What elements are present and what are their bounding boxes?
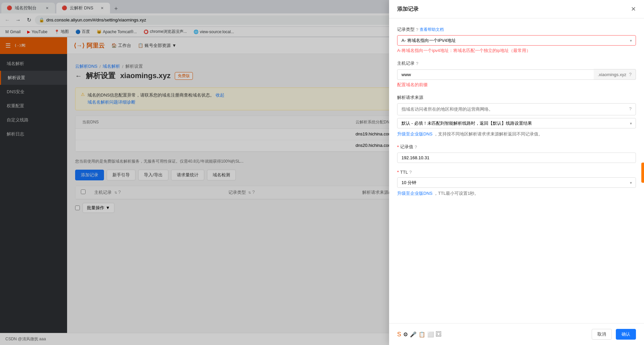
resolution-source-select-wrapper: 默认 - 必填！未匹配到智能解析线路时，返回【默认】线路设置结果 (397, 118, 636, 128)
ttl-upgrade-link[interactable]: 升级至企业版DNS (397, 191, 432, 196)
panel-close-btn[interactable]: ✕ (631, 5, 636, 13)
record-type-label: 记录类型 ? 查看帮助文档 (397, 26, 636, 33)
panel-header: 添加记录 ✕ (389, 0, 644, 18)
resolution-source-description: 指域名访问者所在的地区和使用的运营商网络。 ? (397, 103, 636, 115)
add-record-panel: 添加记录 ✕ 记录类型 ? 查看帮助文档 A- 将域名指向一个IPV4地址 A-… (389, 0, 644, 345)
host-annotation: 配置域名的前缀 (397, 82, 636, 88)
ttl-select-wrapper: 10 分钟 超时时间，超时后会重新提交ip地址 (397, 177, 636, 188)
panel-footer: S ⚙ 🎤 📋 ⬜ ⿴ 取消 确认 (389, 323, 644, 345)
record-type-section: 记录类型 ? 查看帮助文档 A- 将域名指向一个IPV4地址 A-将域名指向一个… (397, 26, 636, 54)
record-type-select-wrapper: A- 将域名指向一个IPV4地址 (397, 35, 636, 46)
ttl-label: * TTL ? (397, 170, 636, 175)
ttl-upgrade-text: 升级至企业版DNS ，TTL最小可设置1秒。 (397, 190, 636, 196)
record-value-input-wrapper: ip地址 (397, 153, 636, 163)
ttl-select-wrapper-inner: 10 分钟 (397, 177, 636, 188)
ttl-required: * (397, 170, 399, 175)
resolution-source-section: 解析请求来源 指域名访问者所在的地区和使用的运营商网络。 ? 默认 - 必填！未… (397, 95, 636, 137)
host-help[interactable]: ? (416, 61, 418, 66)
host-record-section: 主机记录 ? .xiaomings.xyz ? 配置域名的前缀 (397, 60, 636, 88)
upgrade-link-1[interactable]: 升级至企业版DNS (397, 131, 432, 136)
footer-icon-1: ⚙ (403, 331, 408, 338)
record-type-help-icon[interactable]: ? (416, 27, 418, 32)
suffix-help-icon[interactable]: ? (629, 72, 632, 77)
footer-icon-5: ⿴ (436, 331, 441, 337)
resolution-help-icon[interactable]: ? (629, 106, 632, 111)
footer-icon-2: 🎤 (410, 331, 417, 338)
record-type-select[interactable]: A- 将域名指向一个IPV4地址 (397, 35, 636, 46)
confirm-btn[interactable]: 确认 (616, 329, 636, 340)
upgrade-text-1: 升级至企业版DNS ，支持按不同地区解析请求求来源解析返回不同记录值。 (397, 131, 636, 137)
ttl-select[interactable]: 10 分钟 (397, 177, 636, 188)
cancel-btn[interactable]: 取消 (592, 329, 612, 340)
footer-icon-4: ⬜ (427, 331, 434, 338)
ttl-section: * TTL ? 10 分钟 超时时间，超时后会重新提交ip地址 升级至企业版DN… (397, 170, 636, 196)
panel-body: 记录类型 ? 查看帮助文档 A- 将域名指向一个IPV4地址 A-将域名指向一个… (389, 18, 644, 323)
record-type-hint: A-将域名指向一个ipv4地址：将域名匹配一个独立的ip地址（最常用） (397, 48, 636, 54)
ttl-help[interactable]: ? (409, 170, 412, 175)
host-suffix: .xiaomings.xyz ? (594, 69, 636, 80)
host-record-label: 主机记录 ? (397, 60, 636, 66)
panel-title: 添加记录 (397, 6, 419, 13)
host-input[interactable] (397, 69, 594, 80)
record-value-section: * 记录值 ? ip地址 (397, 144, 636, 163)
csdn-s-icon: S (397, 331, 401, 338)
resolution-source-label: 解析请求来源 (397, 95, 636, 101)
right-expand-tab[interactable] (641, 163, 644, 183)
footer-icons: S ⚙ 🎤 📋 ⬜ ⿴ (397, 331, 441, 338)
doc-link[interactable]: 查看帮助文档 (420, 27, 444, 33)
host-input-group: .xiaomings.xyz ? (397, 69, 636, 80)
record-value-required: * (397, 145, 399, 150)
record-value-input[interactable] (397, 153, 636, 163)
record-value-help[interactable]: ? (415, 145, 417, 150)
footer-icon-3: 📋 (419, 331, 425, 338)
record-value-label: * 记录值 ? (397, 144, 636, 150)
resolution-source-select[interactable]: 默认 - 必填！未匹配到智能解析线路时，返回【默认】线路设置结果 (397, 118, 636, 128)
